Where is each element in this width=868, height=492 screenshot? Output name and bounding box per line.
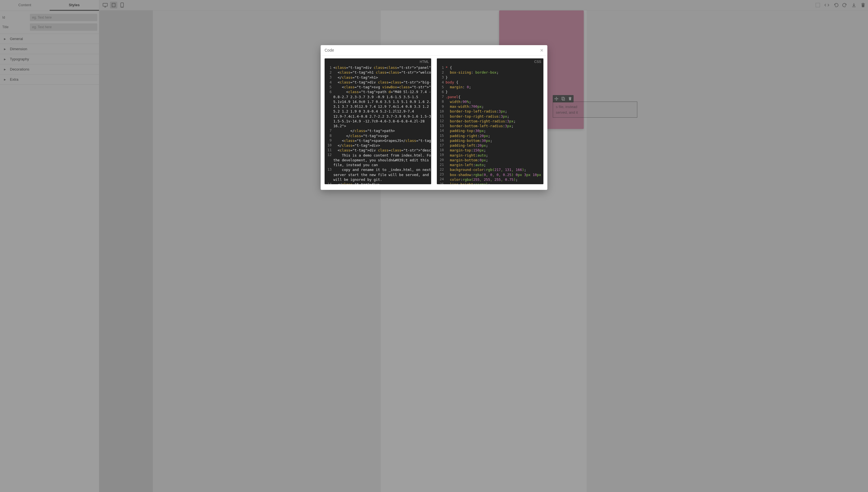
code-modal: Code × HTML 123456789101112131415 <class… [321,45,547,190]
html-code-panel: HTML 123456789101112131415 <class="t-tag… [325,58,431,184]
html-label: HTML [419,59,429,64]
modal-title: Code [325,48,334,52]
css-label: CSS [534,59,541,64]
css-code-panel: CSS 123456789101112131415161718192021222… [437,58,543,184]
modal-close-button[interactable]: × [540,47,543,53]
css-editor[interactable]: 1234567891011121314151617181920212223242… [437,58,543,184]
modal-header: Code × [321,45,547,55]
html-editor[interactable]: 123456789101112131415 <class="t-tag">div… [325,58,431,184]
